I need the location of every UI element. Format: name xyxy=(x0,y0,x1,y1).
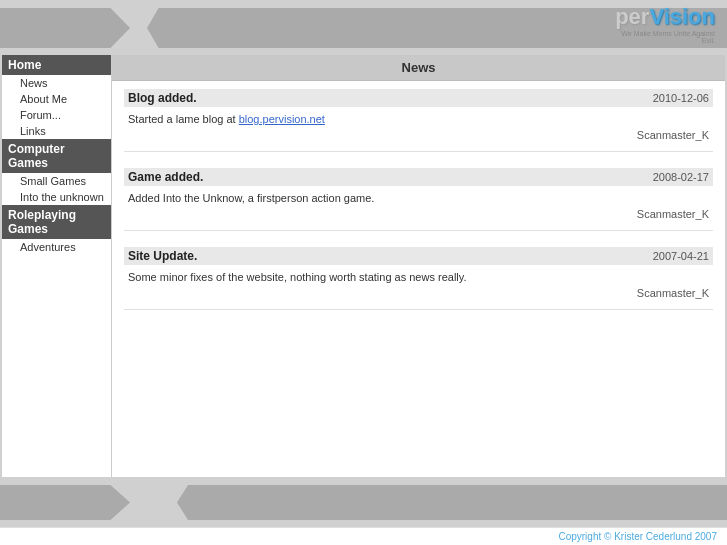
news-title-row-2: Game added. 2008-02-17 xyxy=(124,168,713,186)
logo: perVision We Make Moms Unite Against Evi… xyxy=(615,6,715,50)
news-title-2: Game added. xyxy=(128,170,203,184)
sidebar-item-aboutme[interactable]: About Me xyxy=(2,91,111,107)
logo-tagline: We Make Moms Unite Against Evil. xyxy=(615,30,715,44)
sidebar-header-computer-games[interactable]: Computer Games xyxy=(2,139,111,173)
top-bar-left-shape xyxy=(0,8,130,48)
main-layout: Home News About Me Forum... Links Comput… xyxy=(2,55,725,477)
news-date-1: 2010-12-06 xyxy=(653,92,709,104)
news-date-2: 2008-02-17 xyxy=(653,171,709,183)
news-date-3: 2007-04-21 xyxy=(653,250,709,262)
top-bar: perVision We Make Moms Unite Against Evi… xyxy=(0,0,727,55)
news-item-1: Blog added. 2010-12-06 Started a lame bl… xyxy=(124,89,713,152)
logo-per: per xyxy=(615,6,649,28)
sidebar-header-home[interactable]: Home xyxy=(2,55,111,75)
page-wrapper: perVision We Make Moms Unite Against Evi… xyxy=(0,0,727,545)
news-title-row-1: Blog added. 2010-12-06 xyxy=(124,89,713,107)
news-item-2: Game added. 2008-02-17 Added Into the Un… xyxy=(124,168,713,231)
sidebar: Home News About Me Forum... Links Comput… xyxy=(2,55,112,477)
logo-vision: Vision xyxy=(649,6,715,28)
news-body-text-1: Started a lame blog at xyxy=(128,113,239,125)
sidebar-header-roleplaying-games[interactable]: Roleplaying Games xyxy=(2,205,111,239)
sidebar-item-adventures[interactable]: Adventures xyxy=(2,239,111,255)
bottom-bar-left-shape xyxy=(0,485,130,520)
bottom-bar-right-shape xyxy=(177,485,727,520)
news-title-1: Blog added. xyxy=(128,91,197,105)
footer-bar: Copyright © Krister Cederlund 2007 xyxy=(0,527,727,545)
news-item-3: Site Update. 2007-04-21 Some minor fixes… xyxy=(124,247,713,310)
news-title-3: Site Update. xyxy=(128,249,197,263)
bottom-bar xyxy=(0,477,727,527)
sidebar-item-into-unknown[interactable]: Into the unknown xyxy=(2,189,111,205)
news-author-3: Scanmaster_K xyxy=(124,285,713,301)
news-body-3: Some minor fixes of the website, nothing… xyxy=(124,269,713,285)
content-area: News Blog added. 2010-12-06 Started a la… xyxy=(112,55,725,477)
news-author-2: Scanmaster_K xyxy=(124,206,713,222)
news-title-row-3: Site Update. 2007-04-21 xyxy=(124,247,713,265)
news-body-1: Started a lame blog at blog.pervision.ne… xyxy=(124,111,713,127)
news-link-1[interactable]: blog.pervision.net xyxy=(239,113,325,125)
sidebar-item-links[interactable]: Links xyxy=(2,123,111,139)
footer-copyright[interactable]: Copyright © Krister Cederlund 2007 xyxy=(558,531,717,542)
sidebar-item-news[interactable]: News xyxy=(2,75,111,91)
content-header: News xyxy=(112,55,725,81)
news-author-1: Scanmaster_K xyxy=(124,127,713,143)
content-body: Blog added. 2010-12-06 Started a lame bl… xyxy=(112,81,725,477)
sidebar-item-forum[interactable]: Forum... xyxy=(2,107,111,123)
sidebar-item-small-games[interactable]: Small Games xyxy=(2,173,111,189)
news-body-2: Added Into the Unknow, a firstperson act… xyxy=(124,190,713,206)
